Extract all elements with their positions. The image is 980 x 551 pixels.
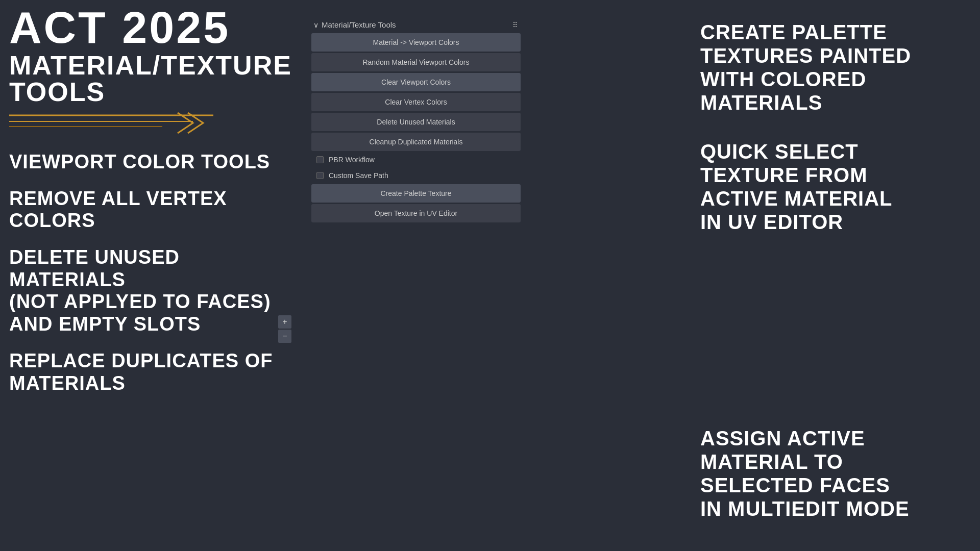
feature-unused: DELETE UNUSED MATERIALS(NOT APPLYED TO F… xyxy=(9,246,295,336)
custom-save-path-label: Custom Save Path xyxy=(329,171,388,180)
panel-collapse-arrow[interactable]: ∨ xyxy=(313,21,318,29)
material-add-button[interactable]: + xyxy=(278,315,291,329)
custom-save-path-checkbox[interactable] xyxy=(316,172,324,179)
main-title: ACT 2025 xyxy=(9,5,295,50)
decorative-lines xyxy=(9,110,295,136)
custom-save-path-toggle-row: Custom Save Path xyxy=(311,168,521,183)
material-viewport-colors-button[interactable]: Material -> Viewport Colors xyxy=(311,33,521,52)
random-viewport-colors-button[interactable]: Random Material Viewport Colors xyxy=(311,53,521,71)
material-side-buttons: + − xyxy=(278,315,291,343)
feature-viewport: VIEWPORT COLOR TOOLS xyxy=(9,151,295,173)
feature-vertex: REMOVE ALL VERTEX COLORS xyxy=(9,188,295,232)
feature-duplicates: REPLACE DUPLICATES OFMATERIALS xyxy=(9,350,295,394)
panel-drag-icon[interactable]: ⠿ xyxy=(512,21,519,29)
right-panel-top: CREATE PALETTETEXTURES PAINTEDWITH COLOR… xyxy=(700,20,971,259)
left-panel: ACT 2025 MATERIAL/TEXTURE TOOLS VIEWPORT… xyxy=(9,5,295,409)
pbr-workflow-label: PBR Workflow xyxy=(329,156,375,164)
right-feature-quick-select: QUICK SELECTTEXTURE FROMACTIVE MATERIALI… xyxy=(700,140,971,234)
create-palette-texture-button[interactable]: Create Palette Texture xyxy=(311,184,521,203)
clear-vertex-colors-button[interactable]: Clear Vertex Colors xyxy=(311,93,521,111)
pbr-workflow-checkbox[interactable] xyxy=(316,156,324,163)
clear-viewport-colors-button[interactable]: Clear Viewport Colors xyxy=(311,73,521,91)
cleanup-duplicated-materials-button[interactable]: Cleanup Duplicated Materials xyxy=(311,133,521,151)
open-texture-uv-editor-button[interactable]: Open Texture in UV Editor xyxy=(311,204,521,222)
material-panel-wrapper: Active Material -> Selected Material Red… xyxy=(277,315,291,343)
pbr-workflow-toggle-row: PBR Workflow xyxy=(311,153,521,167)
delete-unused-materials-button[interactable]: Delete Unused Materials xyxy=(311,113,521,131)
panel-header: ∨ Material/Texture Tools ⠿ xyxy=(311,20,521,29)
main-subtitle: MATERIAL/TEXTURE TOOLS xyxy=(9,52,295,105)
right-feature-palette: CREATE PALETTETEXTURES PAINTEDWITH COLOR… xyxy=(700,20,971,114)
right-feature-assign: ASSIGN ACTIVE MATERIAL TOSELECTED FACESI… xyxy=(700,427,971,520)
material-remove-button[interactable]: − xyxy=(278,330,291,343)
center-panel: ∨ Material/Texture Tools ⠿ Material -> V… xyxy=(311,20,521,224)
panel-title: Material/Texture Tools xyxy=(322,20,396,29)
